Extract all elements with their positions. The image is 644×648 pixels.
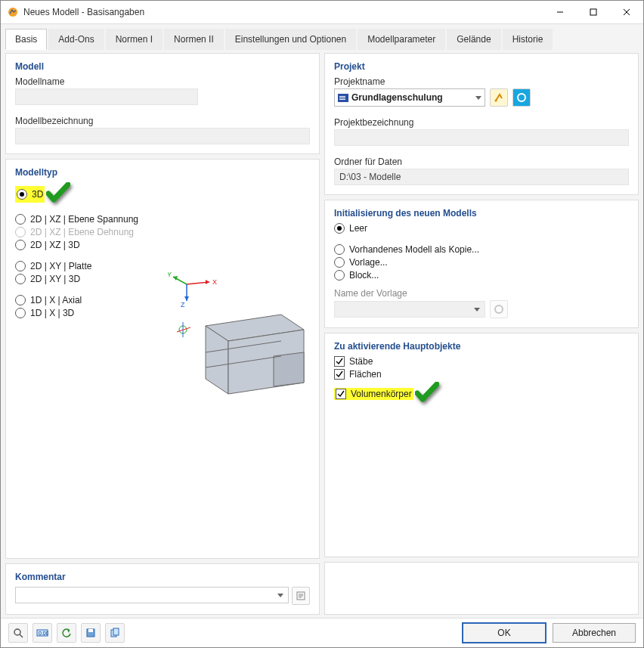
- panel-projekt: Projekt Projektname Grundlagenschulung: [324, 53, 639, 195]
- modellbezeichnung-input[interactable]: [15, 128, 310, 144]
- radio-icon: [15, 308, 26, 318]
- modellname-input[interactable]: [15, 88, 198, 105]
- kommentar-field-row: [15, 587, 310, 605]
- project-manager-button[interactable]: [490, 88, 508, 107]
- svg-text:Z: Z: [181, 301, 185, 308]
- template-row: [334, 300, 629, 318]
- tab-normen-1[interactable]: Normen I: [106, 29, 163, 50]
- template-cloud-button: [490, 300, 508, 318]
- projektname-row: Grundlagenschulung: [334, 88, 629, 107]
- checkbox-label: Flächen: [349, 369, 382, 380]
- projektbezeichnung-input[interactable]: [334, 129, 629, 146]
- titlebar: Neues Modell - Basisangaben: [1, 1, 643, 24]
- panel-initialisierung: Initialisierung des neuen Modells Leer V…: [324, 200, 639, 328]
- radio-icon: [334, 270, 345, 281]
- radio-icon: [15, 261, 26, 271]
- radio-label: Vorlage...: [349, 257, 388, 268]
- project-cloud-button[interactable]: [512, 88, 531, 107]
- projektbezeichnung-label: Projektbezeichnung: [334, 117, 629, 128]
- panel-kommentar: Kommentar: [5, 563, 320, 615]
- tab-basis[interactable]: Basis: [5, 29, 47, 50]
- kommentar-input[interactable]: [15, 587, 289, 603]
- maximize-button[interactable]: [577, 1, 610, 23]
- checkbox-icon: [334, 356, 345, 367]
- radio-2d-xz-3d[interactable]: 2D | XZ | 3D: [15, 240, 310, 250]
- svg-point-21: [495, 100, 497, 102]
- radio-icon: [15, 274, 26, 284]
- kommentar-edit-button[interactable]: [292, 587, 310, 605]
- radio-icon: [15, 295, 26, 305]
- radio-icon: [334, 257, 345, 268]
- dialog-body: Basis Add-Ons Normen I Normen II Einstel…: [1, 24, 643, 618]
- tool-search-button[interactable]: [8, 623, 28, 643]
- tab-normen-2[interactable]: Normen II: [164, 29, 224, 50]
- chevron-down-icon: [474, 308, 480, 312]
- footer-tools: 0.00: [8, 623, 462, 643]
- chevron-down-icon: [475, 96, 481, 100]
- radio-label: Block...: [349, 270, 379, 281]
- tab-strip: Basis Add-Ons Normen I Normen II Einstel…: [5, 29, 639, 50]
- panel-title-modell: Modell: [15, 61, 310, 72]
- radio-icon: [15, 214, 26, 225]
- close-button[interactable]: [610, 1, 643, 23]
- tool-copy-button[interactable]: [105, 623, 125, 643]
- svg-marker-3: [206, 280, 209, 284]
- radio-label: 3D: [32, 189, 43, 200]
- panel-hauptobjekte: Zu aktivierende Hauptobjekte Stäbe Fläch…: [324, 333, 639, 557]
- chevron-down-icon: [277, 594, 283, 597]
- minimize-button[interactable]: [543, 1, 577, 23]
- tool-save-button[interactable]: [81, 623, 101, 643]
- projektname-value: Grundlagenschulung: [351, 92, 443, 103]
- tab-modellparameter[interactable]: Modellparameter: [358, 29, 445, 50]
- radio-icon: [334, 223, 345, 234]
- radio-2d-xz-dehnung: 2D | XZ | Ebene Dehnung: [15, 227, 310, 237]
- tab-historie[interactable]: Historie: [503, 29, 553, 50]
- radio-3d-highlight: 3D: [15, 186, 45, 203]
- radio-label: 2D | XZ | Ebene Dehnung: [30, 227, 134, 237]
- radio-label: 1D | X | Axial: [30, 295, 82, 305]
- panel-modelltyp: Modelltyp 3D 2D | XZ | Eb: [5, 159, 320, 559]
- radio-icon: [15, 227, 26, 237]
- checkbox-volumenkoerper-highlight: Volumenkörper: [334, 388, 413, 400]
- radio-label: 2D | XY | 3D: [30, 274, 80, 284]
- radio-icon: [334, 244, 345, 255]
- app-icon: [7, 6, 19, 18]
- left-column: Modell Modellname Modellbezeichnung Mode…: [5, 53, 320, 615]
- radio-label: 2D | XZ | Ebene Spannung: [30, 214, 138, 225]
- radio-init-block[interactable]: Block...: [334, 270, 629, 281]
- panel-title-kommentar: Kommentar: [15, 572, 310, 582]
- checkbox-flaechen[interactable]: Flächen: [334, 369, 629, 380]
- checkbox-volumenkoerper[interactable]: Volumenkörper: [336, 389, 412, 399]
- radio-label: 2D | XY | Platte: [30, 261, 91, 271]
- projektname-select[interactable]: Grundlagenschulung: [334, 88, 485, 107]
- panel-title-objects: Zu aktivierende Hauptobjekte: [334, 341, 629, 352]
- svg-text:Y: Y: [168, 271, 172, 278]
- content-columns: Modell Modellname Modellbezeichnung Mode…: [5, 53, 639, 615]
- svg-rect-32: [113, 628, 119, 635]
- svg-point-0: [8, 8, 17, 17]
- radio-label: 1D | X | 3D: [30, 308, 74, 318]
- svg-text:0.00: 0.00: [39, 631, 48, 636]
- svg-line-25: [20, 634, 23, 637]
- svg-marker-7: [184, 296, 189, 301]
- radio-init-vorlage[interactable]: Vorlage...: [334, 257, 629, 268]
- radio-icon: [17, 189, 27, 200]
- radio-2d-xz-spannung[interactable]: 2D | XZ | Ebene Spannung: [15, 214, 310, 225]
- checkbox-staebe[interactable]: Stäbe: [334, 356, 629, 367]
- radio-init-kopie[interactable]: Vorhandenes Modell als Kopie...: [334, 244, 629, 255]
- radio-init-leer[interactable]: Leer: [334, 223, 629, 234]
- modellname-label: Modellname: [15, 76, 310, 87]
- cancel-button[interactable]: Abbrechen: [553, 623, 636, 643]
- svg-point-23: [495, 305, 503, 313]
- tool-units-button[interactable]: 0.00: [33, 623, 52, 643]
- svg-point-22: [518, 94, 525, 101]
- tab-add-ons[interactable]: Add-Ons: [48, 29, 104, 50]
- tab-einstellungen[interactable]: Einstellungen und Optionen: [225, 29, 356, 50]
- tool-refresh-button[interactable]: [57, 623, 76, 643]
- checkbox-label: Stäbe: [349, 356, 373, 367]
- panel-title-projekt: Projekt: [334, 61, 629, 72]
- radio-label: 2D | XZ | 3D: [30, 240, 80, 250]
- ok-button[interactable]: OK: [462, 622, 546, 643]
- radio-3d[interactable]: 3D: [17, 189, 43, 200]
- tab-gelaende[interactable]: Gelände: [447, 29, 500, 50]
